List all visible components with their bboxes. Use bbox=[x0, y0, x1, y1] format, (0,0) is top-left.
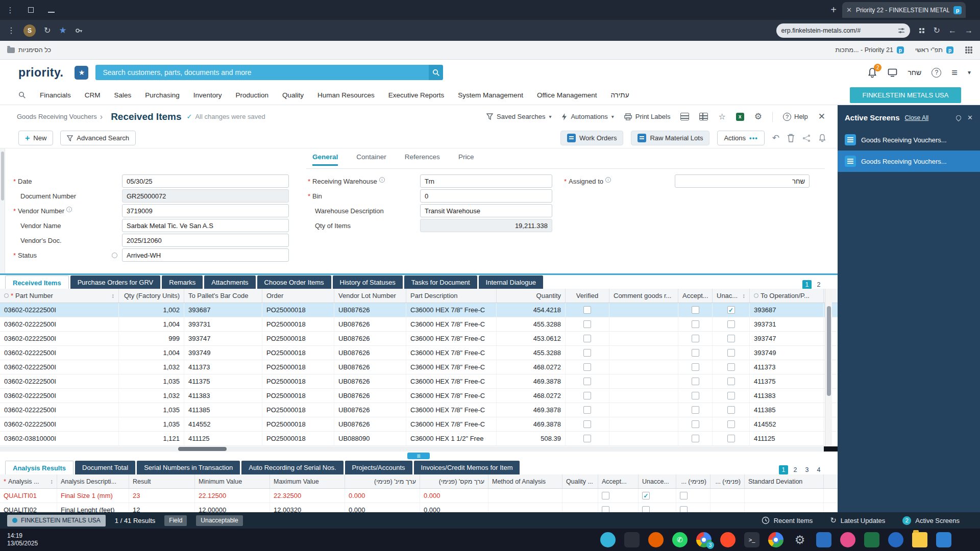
menu-item-system-management[interactable]: System Management bbox=[458, 91, 523, 99]
automations-dropdown[interactable]: Automations▾ bbox=[561, 113, 614, 120]
user-name[interactable]: שחר bbox=[908, 68, 921, 77]
vendor-number-field[interactable] bbox=[122, 204, 289, 217]
star-icon[interactable]: ☆ bbox=[718, 112, 725, 121]
table-row[interactable]: QUALITI01 Final Size 1 (mm) 23 22.12500 … bbox=[0, 489, 838, 503]
actions-button[interactable]: Actions••• bbox=[717, 131, 764, 145]
tab-choose-order-items[interactable]: Choose Order Items bbox=[257, 276, 331, 289]
col-unacceptable[interactable]: Unacce... bbox=[639, 474, 676, 488]
breadcrumb[interactable]: Goods Receiving Vouchers bbox=[17, 113, 97, 120]
accepted-checkbox[interactable] bbox=[692, 420, 699, 428]
col-analysis[interactable]: *Analysis ...↕ bbox=[0, 474, 57, 488]
menu-item-quality[interactable]: Quality bbox=[282, 91, 304, 99]
active-screen-item[interactable]: Goods Receiving Vouchers... bbox=[838, 129, 980, 151]
subscribe-bell-icon[interactable] bbox=[818, 134, 826, 142]
verified-checkbox[interactable] bbox=[583, 335, 591, 342]
extensions-icon[interactable] bbox=[918, 27, 925, 34]
edge-icon[interactable] bbox=[600, 532, 616, 547]
choose-status-icon[interactable] bbox=[112, 253, 117, 258]
restore-icon[interactable] bbox=[20, 6, 41, 14]
status-field[interactable] bbox=[122, 248, 289, 262]
unacceptable-checkbox[interactable] bbox=[642, 506, 650, 512]
share-icon[interactable] bbox=[802, 134, 811, 142]
table-row[interactable]: 03602-02222500I 1,004 393749 PO25000018 … bbox=[0, 346, 838, 360]
table-row[interactable]: 03602-02222500I 1,035 414552 PO25000018 … bbox=[0, 417, 838, 432]
minimize-icon[interactable] bbox=[41, 6, 61, 14]
raw-material-lots-button[interactable]: Raw Material Lots bbox=[631, 131, 709, 145]
latest-updates-button[interactable]: ↻ Latest Updates bbox=[830, 516, 885, 525]
verified-checkbox[interactable] bbox=[583, 420, 591, 428]
table-row[interactable]: 03602-02222500I 999 393747 PO25000018 UB… bbox=[0, 332, 838, 346]
verified-checkbox[interactable] bbox=[583, 320, 591, 328]
outlook-icon[interactable] bbox=[816, 532, 831, 547]
menu-item-production[interactable]: Production bbox=[235, 91, 268, 99]
accepted-checkbox[interactable] bbox=[692, 435, 699, 442]
tab-document-total[interactable]: Document Total bbox=[75, 461, 135, 474]
page-4[interactable]: 4 bbox=[814, 465, 823, 474]
browser-menu-icon[interactable]: ⋮ bbox=[7, 26, 15, 35]
taskbar-clock[interactable]: 14:19 13/05/2025 bbox=[0, 532, 38, 547]
col-comment-goods[interactable]: Comment goods r... bbox=[609, 289, 678, 303]
col-minimum-value[interactable]: Minimum Value bbox=[195, 474, 270, 488]
vendor-doc-field[interactable] bbox=[122, 234, 289, 247]
document-number-field[interactable] bbox=[122, 189, 289, 203]
col-standard-deviation[interactable]: Standard Deviation bbox=[745, 474, 824, 488]
sort-icon[interactable]: ↕ bbox=[50, 478, 53, 485]
advanced-search-button[interactable]: Advanced Search bbox=[60, 131, 136, 145]
tab-history-of-statuses[interactable]: History of Statuses bbox=[333, 276, 403, 289]
recent-items-button[interactable]: Recent Items bbox=[762, 516, 813, 524]
accepted-checkbox[interactable] bbox=[692, 349, 699, 357]
unaccepted-checkbox[interactable] bbox=[727, 420, 735, 428]
tab-general[interactable]: General bbox=[312, 153, 338, 166]
tab-serial-numbers-in-transaction[interactable]: Serial Numbers in Transaction bbox=[137, 461, 240, 474]
col-internal-2[interactable]: (פנימי) ... bbox=[710, 474, 745, 488]
tab-remarks[interactable]: Remarks bbox=[162, 276, 203, 289]
company-status-chip[interactable]: FINKELSTEIN METALS USA bbox=[7, 515, 106, 527]
close-screen-icon[interactable]: ✕ bbox=[818, 111, 825, 122]
col-analysis-description[interactable]: Analysis Descripti... bbox=[57, 474, 129, 488]
col-qty-factory-units[interactable]: Qty (Factory Units) bbox=[119, 289, 184, 303]
all-bookmarks-folder[interactable]: כל הסימניות bbox=[7, 46, 51, 54]
active-screen-item-selected[interactable]: Goods Receiving Vouchers... bbox=[838, 151, 980, 172]
help-button[interactable]: ?Help bbox=[783, 113, 808, 121]
active-screens-button[interactable]: 2 Active Screens bbox=[902, 516, 960, 525]
verified-checkbox[interactable] bbox=[583, 435, 591, 442]
tab-price[interactable]: Price bbox=[458, 153, 474, 166]
menu-item-executive-reports[interactable]: Executive Reports bbox=[388, 91, 445, 99]
chevron-down-icon[interactable]: ▾ bbox=[968, 69, 971, 76]
col-part-number[interactable]: *Part Number↕ bbox=[0, 289, 119, 303]
delete-icon[interactable] bbox=[787, 134, 795, 142]
scrollbar-thumb[interactable] bbox=[178, 447, 227, 451]
pin-icon[interactable] bbox=[955, 114, 962, 121]
settings-gear-icon[interactable]: ⚙ bbox=[792, 532, 807, 547]
table-view-icon[interactable] bbox=[680, 113, 689, 120]
col-accept[interactable]: Accept... bbox=[598, 474, 639, 488]
menu-item-inventory[interactable]: Inventory bbox=[193, 91, 222, 99]
tab-container[interactable]: Container bbox=[356, 153, 386, 166]
unaccepted-checkbox[interactable] bbox=[727, 435, 735, 442]
accepted-checkbox[interactable] bbox=[692, 306, 699, 314]
grid-horizontal-scrollbar[interactable] bbox=[0, 446, 824, 452]
col-unacc[interactable]: Unac...↕ bbox=[713, 289, 750, 303]
code-app-icon[interactable] bbox=[936, 532, 951, 547]
search-button[interactable] bbox=[429, 65, 443, 80]
menu-item-purchasing[interactable]: Purchasing bbox=[145, 91, 180, 99]
table-row[interactable]: QUALITI02 Final Lenght (feet) 12 12.0000… bbox=[0, 503, 838, 512]
table-row[interactable]: 03602-02222500I 1,032 411383 PO25000018 … bbox=[0, 389, 838, 403]
split-view-icon[interactable] bbox=[699, 113, 708, 120]
apps-grid-icon[interactable] bbox=[965, 46, 973, 54]
page-1[interactable]: 1 bbox=[779, 465, 788, 474]
accepted-checkbox[interactable] bbox=[602, 492, 609, 499]
col-internal-1[interactable]: (פנימי) ... bbox=[676, 474, 710, 488]
page-2[interactable]: 2 bbox=[791, 465, 800, 474]
col-order[interactable]: Order bbox=[262, 289, 334, 303]
verified-checkbox[interactable] bbox=[583, 378, 591, 385]
teamviewer-icon[interactable] bbox=[888, 532, 903, 547]
address-bar[interactable]: erp.finkelstein-metals.com/# bbox=[776, 23, 910, 38]
menu-item-financials[interactable]: Financials bbox=[40, 91, 71, 99]
col-maximum-value[interactable]: Maximum Value bbox=[270, 474, 345, 488]
receiving-warehouse-field[interactable] bbox=[420, 174, 552, 188]
col-accept[interactable]: Accept... bbox=[678, 289, 713, 303]
verified-checkbox[interactable] bbox=[583, 392, 591, 399]
table-row[interactable]: 03602-02222500I 1,004 393731 PO25000018 … bbox=[0, 317, 838, 332]
tab-internal-dialogue[interactable]: Internal Dialogue bbox=[479, 276, 543, 289]
